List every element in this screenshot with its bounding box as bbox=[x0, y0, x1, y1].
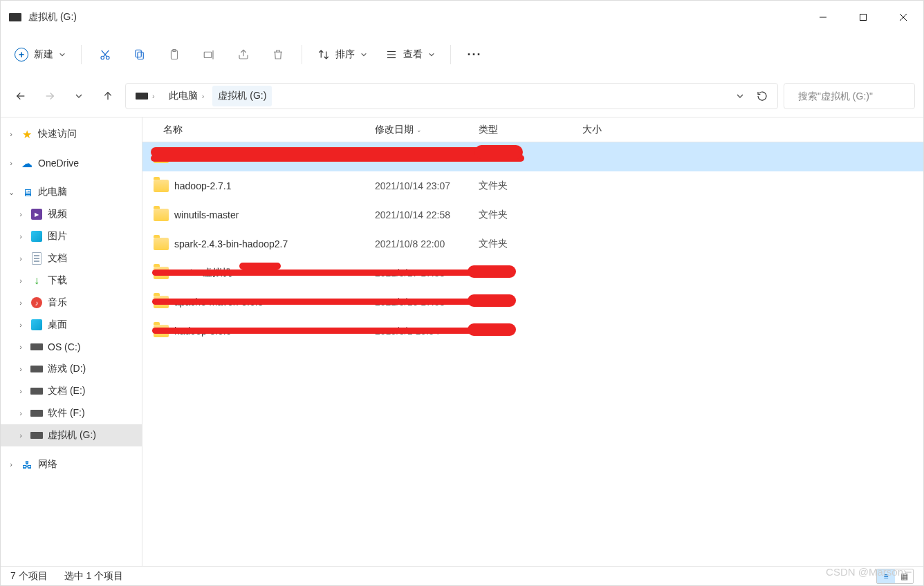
folder-icon bbox=[154, 180, 169, 192]
folder-icon bbox=[154, 209, 169, 221]
nav-row: › 此电脑› 虚拟机 (G:) bbox=[1, 75, 923, 117]
downloads-icon: ↓ bbox=[30, 274, 44, 287]
sidebar-item-label: 虚拟机 (G:) bbox=[48, 429, 96, 442]
sidebar-item-drive-e[interactable]: ›文档 (E:) bbox=[1, 380, 142, 402]
sidebar-item-drive-d[interactable]: ›游戏 (D:) bbox=[1, 358, 142, 380]
column-size[interactable]: 大小 bbox=[582, 124, 645, 136]
search-box[interactable] bbox=[784, 83, 915, 109]
sidebar-item-quick-access[interactable]: ›★快速访问 bbox=[1, 123, 142, 145]
minimize-button[interactable] bbox=[803, 1, 843, 34]
file-type: 文件夹 bbox=[479, 180, 582, 192]
sidebar-item-drive-g[interactable]: ›虚拟机 (G:) bbox=[1, 424, 142, 446]
recent-button[interactable] bbox=[67, 84, 91, 108]
file-name: centos虚拟机 bbox=[174, 267, 232, 279]
sidebar-item-documents[interactable]: ›文档 bbox=[1, 247, 142, 270]
separator bbox=[302, 45, 302, 64]
file-row[interactable]: winutils-master2021/10/14 22:58文件夹 bbox=[142, 200, 923, 229]
file-type: 文件夹 bbox=[479, 325, 582, 337]
file-date: 2021/10/15 17:12 bbox=[375, 151, 479, 162]
sidebar-item-this-pc[interactable]: ⌄🖥此电脑 bbox=[1, 181, 142, 203]
sidebar-item-music[interactable]: ›♪音乐 bbox=[1, 292, 142, 314]
cut-button[interactable] bbox=[90, 41, 120, 68]
file-row[interactable]: spark-2.4.3-bin-hadoop2.72021/10/8 22:00… bbox=[142, 229, 923, 258]
breadcrumb-drive-icon[interactable]: › bbox=[130, 88, 162, 104]
file-name: winutils-master bbox=[174, 209, 239, 220]
folder-icon bbox=[154, 296, 169, 308]
delete-button[interactable] bbox=[263, 41, 293, 68]
breadcrumb-current[interactable]: 虚拟机 (G:) bbox=[212, 86, 272, 106]
sort-indicator-icon: ⌄ bbox=[416, 126, 422, 133]
copy-button[interactable] bbox=[124, 41, 155, 68]
rename-button[interactable] bbox=[194, 41, 224, 68]
file-type: 文件夹 bbox=[479, 238, 582, 250]
separator bbox=[450, 45, 451, 64]
star-icon: ★ bbox=[20, 127, 34, 141]
sort-button[interactable]: 排序 bbox=[311, 41, 374, 68]
more-button[interactable]: ··· bbox=[459, 41, 490, 68]
sort-icon bbox=[317, 48, 330, 61]
details-view-icon[interactable]: ≡ bbox=[877, 569, 895, 583]
file-row[interactable]: apache-maven-3.6.32021/9/16 17:08文件夹 bbox=[142, 287, 923, 316]
drive-icon bbox=[30, 340, 44, 354]
search-input[interactable] bbox=[797, 90, 921, 102]
sidebar-item-downloads[interactable]: ›↓下载 bbox=[1, 270, 142, 292]
network-icon: 🖧 bbox=[20, 457, 34, 471]
sidebar-item-onedrive[interactable]: ›☁OneDrive bbox=[1, 152, 142, 174]
up-button[interactable] bbox=[96, 84, 120, 108]
file-row[interactable]: hadoop-3.0.02019/3/1 10:54文件夹 bbox=[142, 316, 923, 346]
sidebar-item-label: OneDrive bbox=[38, 158, 79, 169]
column-date[interactable]: 修改日期⌄ bbox=[375, 124, 479, 136]
file-row[interactable]: hadoop-2.7.12021/10/14 23:07文件夹 bbox=[142, 171, 923, 200]
svg-rect-8 bbox=[138, 52, 143, 59]
view-button[interactable]: 查看 bbox=[378, 41, 442, 68]
share-button[interactable] bbox=[228, 41, 259, 68]
status-bar: 7 个项目 选中 1 个项目 ≡ ▦ bbox=[1, 566, 923, 585]
title-bar: 虚拟机 (G:) bbox=[1, 1, 923, 34]
pictures-icon bbox=[30, 229, 44, 243]
sidebar-item-desktop[interactable]: ›桌面 bbox=[1, 314, 142, 336]
refresh-button[interactable] bbox=[751, 84, 773, 108]
sidebar-item-label: 图片 bbox=[48, 230, 67, 243]
toolbar: 新建 排序 查看 ··· bbox=[1, 34, 923, 75]
sidebar-item-drive-c[interactable]: ›OS (C:) bbox=[1, 336, 142, 358]
sidebar-item-label: 音乐 bbox=[48, 296, 67, 309]
sidebar-item-label: 视频 bbox=[48, 208, 67, 220]
music-icon: ♪ bbox=[30, 296, 44, 310]
drive-icon bbox=[9, 13, 21, 21]
sidebar-item-drive-f[interactable]: ›软件 (F:) bbox=[1, 402, 142, 424]
view-mode-toggle[interactable]: ≡ ▦ bbox=[876, 569, 914, 584]
address-bar[interactable]: › 此电脑› 虚拟机 (G:) bbox=[125, 83, 778, 109]
view-label: 查看 bbox=[403, 48, 423, 61]
breadcrumb-pc[interactable]: 此电脑› bbox=[163, 86, 212, 106]
drive-icon bbox=[30, 362, 44, 376]
column-name[interactable]: 名称 bbox=[154, 124, 375, 136]
file-name: hadoop-2.7.1 bbox=[174, 180, 232, 191]
sidebar-item-label: 下载 bbox=[48, 274, 67, 287]
breadcrumb-label: 此电脑 bbox=[169, 90, 198, 102]
file-row[interactable]: 2021/10/15 17:12文件夹 bbox=[142, 142, 923, 171]
window-title: 虚拟机 (G:) bbox=[28, 11, 77, 23]
drive-icon bbox=[30, 428, 44, 442]
file-list: 名称 修改日期⌄ 类型 大小 2021/10/15 17:12文件夹hadoop… bbox=[142, 117, 923, 566]
grid-view-icon[interactable]: ▦ bbox=[895, 569, 913, 583]
forward-button[interactable] bbox=[38, 84, 62, 108]
column-type[interactable]: 类型 bbox=[479, 124, 582, 136]
file-name: spark-2.4.3-bin-hadoop2.7 bbox=[174, 238, 288, 249]
file-date: 2019/3/1 10:54 bbox=[375, 325, 479, 337]
close-button[interactable] bbox=[883, 1, 923, 34]
new-button[interactable]: 新建 bbox=[8, 41, 73, 68]
back-button[interactable] bbox=[9, 84, 33, 108]
view-icon bbox=[385, 48, 398, 61]
paste-button[interactable] bbox=[159, 41, 190, 68]
sidebar-item-network[interactable]: ›🖧网络 bbox=[1, 453, 142, 475]
maximize-button[interactable] bbox=[843, 1, 883, 34]
address-dropdown[interactable] bbox=[730, 84, 750, 108]
sidebar-item-pictures[interactable]: ›图片 bbox=[1, 225, 142, 247]
sidebar-item-label: 文档 bbox=[48, 252, 67, 265]
sidebar-item-label: 此电脑 bbox=[38, 186, 67, 198]
sidebar-item-label: 文档 (E:) bbox=[48, 385, 85, 397]
video-icon bbox=[30, 207, 44, 221]
sidebar-item-video[interactable]: ›视频 bbox=[1, 203, 142, 225]
file-date: 2021/10/8 22:00 bbox=[375, 238, 479, 249]
file-row[interactable]: centos虚拟机2021/9/17 17:58文件夹 bbox=[142, 258, 923, 287]
